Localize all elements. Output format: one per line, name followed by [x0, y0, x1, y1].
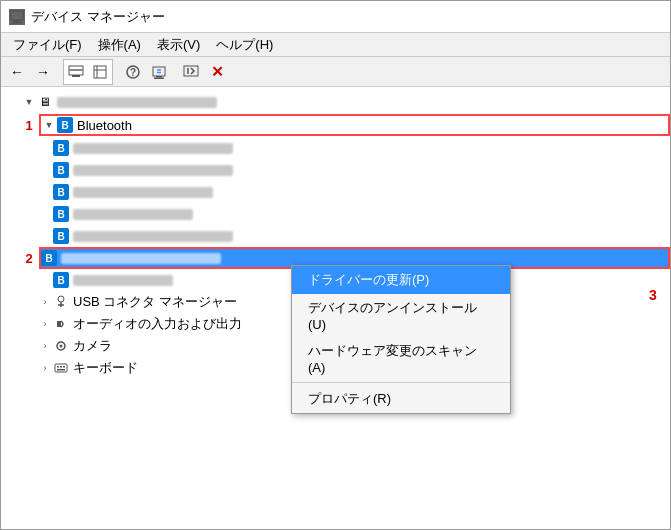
menu-help[interactable]: ヘルプ(H) [208, 34, 281, 56]
device-manager-window: デバイス マネージャー ファイル(F) 操作(A) 表示(V) ヘルプ(H) ←… [0, 0, 671, 530]
bt-device-label-2 [73, 165, 233, 176]
expand-bluetooth[interactable]: ▼ [41, 117, 57, 133]
svg-rect-2 [12, 22, 22, 24]
selected-bt-label [61, 253, 221, 264]
toolbar-btn-1[interactable] [64, 60, 88, 84]
svg-point-18 [58, 296, 64, 302]
selected-bt-icon: B [41, 250, 57, 266]
computer-icon: 🖥 [37, 94, 53, 110]
svg-text:?: ? [130, 67, 136, 78]
menu-file[interactable]: ファイル(F) [5, 34, 90, 56]
badge-1: 1 [21, 118, 37, 133]
menu-action[interactable]: 操作(A) [90, 34, 149, 56]
expand-audio[interactable]: › [37, 316, 53, 332]
context-menu-item-1[interactable]: デバイスのアンインストール(U) [292, 294, 510, 337]
title-bar: デバイス マネージャー [1, 1, 670, 33]
svg-rect-21 [57, 321, 61, 327]
svg-rect-28 [57, 369, 65, 371]
forward-button[interactable]: → [31, 60, 55, 84]
remove-button[interactable]: ✕ [205, 60, 229, 84]
bt-device-icon-2: B [53, 162, 69, 178]
bt-device-label-1 [73, 143, 233, 154]
bt-device-label-7 [73, 275, 173, 286]
bt-device-icon-5: B [53, 228, 69, 244]
bt-device-label-5 [73, 231, 233, 242]
audio-icon [53, 316, 69, 332]
bluetooth-item[interactable]: ▼ B Bluetooth [39, 114, 670, 136]
svg-rect-11 [153, 67, 165, 76]
bt-device-3[interactable]: B [1, 181, 670, 203]
keyboard-icon [53, 360, 69, 376]
bt-device-4[interactable]: B [1, 203, 670, 225]
bluetooth-label: Bluetooth [77, 118, 132, 133]
svg-rect-16 [184, 66, 198, 76]
toolbar-btn-2[interactable] [88, 60, 112, 84]
bt-device-icon-1: B [53, 140, 69, 156]
bt-device-5[interactable]: B [1, 225, 670, 247]
svg-rect-24 [55, 364, 67, 372]
svg-rect-0 [11, 11, 23, 20]
keyboard-label: キーボード [73, 359, 138, 377]
menu-view[interactable]: 表示(V) [149, 34, 208, 56]
bt-device-label-3 [73, 187, 213, 198]
scan-button[interactable] [179, 60, 203, 84]
svg-rect-4 [69, 69, 83, 71]
toolbar: ← → ? [1, 57, 670, 87]
bt-device-icon-3: B [53, 184, 69, 200]
svg-rect-12 [156, 76, 162, 78]
svg-rect-5 [72, 75, 80, 77]
tree-root[interactable]: ▼ 🖥 [1, 91, 670, 113]
audio-label: オーディオの入力および出力 [73, 315, 242, 333]
expand-camera[interactable]: › [37, 338, 53, 354]
badge-3: 3 [649, 287, 657, 303]
app-icon [9, 9, 25, 25]
toolbar-btn-3[interactable] [147, 60, 171, 84]
context-menu-item-0[interactable]: ドライバーの更新(P) [292, 266, 510, 294]
svg-rect-6 [94, 66, 106, 78]
bt-device-label-4 [73, 209, 193, 220]
camera-icon [53, 338, 69, 354]
expand-usb[interactable]: › [37, 294, 53, 310]
svg-rect-25 [57, 366, 59, 368]
menu-bar: ファイル(F) 操作(A) 表示(V) ヘルプ(H) [1, 33, 670, 57]
context-menu-item-2[interactable]: ハードウェア変更のスキャン(A) [292, 337, 510, 380]
bt-device-1[interactable]: B [1, 137, 670, 159]
root-label [57, 97, 217, 108]
bluetooth-icon: B [57, 117, 73, 133]
bluetooth-row-container: 1 ▼ B Bluetooth [1, 113, 670, 137]
toolbar-group-1 [63, 59, 113, 85]
context-menu-separator [292, 382, 510, 383]
back-button[interactable]: ← [5, 60, 29, 84]
help-button[interactable]: ? [121, 60, 145, 84]
window-title: デバイス マネージャー [31, 8, 165, 26]
svg-rect-26 [60, 366, 62, 368]
bt-device-2[interactable]: B [1, 159, 670, 181]
camera-label: カメラ [73, 337, 112, 355]
svg-rect-1 [14, 20, 20, 22]
context-menu: ドライバーの更新(P) デバイスのアンインストール(U) ハードウェア変更のスキ… [291, 265, 511, 414]
context-menu-item-3[interactable]: プロパティ(R) [292, 385, 510, 413]
expand-root[interactable]: ▼ [21, 94, 37, 110]
svg-point-23 [60, 345, 63, 348]
svg-rect-13 [154, 77, 164, 79]
usb-label: USB コネクタ マネージャー [73, 293, 237, 311]
usb-icon [53, 294, 69, 310]
svg-rect-27 [63, 366, 65, 368]
expand-keyboard[interactable]: › [37, 360, 53, 376]
content-area: ▼ 🖥 1 ▼ B Bluetooth B B [1, 87, 670, 529]
bt-device-icon-7: B [53, 272, 69, 288]
badge-2: 2 [21, 251, 37, 266]
bt-device-icon-4: B [53, 206, 69, 222]
